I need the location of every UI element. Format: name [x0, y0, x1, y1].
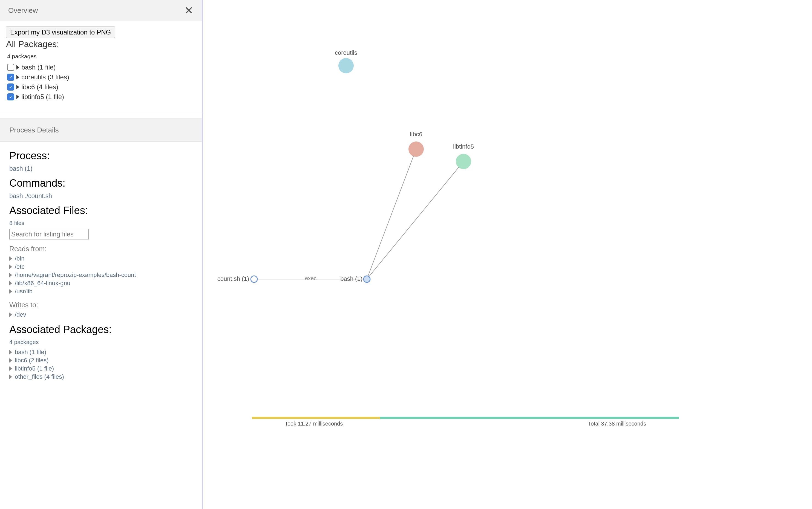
tree-item-label: /home/vagrant/reprozip-examples/bash-cou…	[15, 271, 136, 279]
package-label: libc6 (4 files)	[21, 83, 58, 91]
tree-item[interactable]: /dev	[9, 311, 192, 319]
files-count: 8 files	[9, 220, 192, 226]
overview-header: Overview ✕	[0, 0, 202, 21]
tree-item-label: /usr/lib	[15, 288, 33, 295]
process-details-header: Process Details	[0, 118, 202, 142]
package-label: bash (1 file)	[21, 64, 56, 71]
expand-icon[interactable]	[9, 257, 12, 261]
process-heading: Process:	[9, 150, 192, 162]
checkbox-icon[interactable]: ✓	[7, 93, 14, 100]
divider	[0, 113, 202, 113]
tree-item-label: bash (1 file)	[15, 349, 46, 356]
expand-icon[interactable]	[9, 350, 12, 354]
tree-item[interactable]: libc6 (2 files)	[9, 356, 192, 365]
node-count[interactable]	[251, 276, 257, 282]
tree-item[interactable]: /bin	[9, 254, 192, 263]
expand-icon[interactable]	[9, 273, 12, 277]
node-count-label: count.sh (1)	[217, 275, 249, 282]
node-libc6-label: libc6	[410, 131, 422, 138]
package-item[interactable]: bash (1 file)	[7, 62, 196, 72]
timeline-took-label: Took 11.27 milliseconds	[285, 420, 343, 427]
timeline-segment-yellow	[252, 417, 380, 419]
reads-from-label: Reads from:	[9, 245, 192, 253]
package-item[interactable]: ✓libtinfo5 (1 file)	[7, 92, 196, 102]
expand-icon[interactable]	[9, 312, 12, 317]
tree-item-label: /lib/x86_64-linux-gnu	[15, 280, 70, 287]
tree-item-label: /dev	[15, 311, 26, 318]
close-icon[interactable]: ✕	[184, 5, 194, 16]
all-packages-heading: All Packages:	[6, 39, 196, 49]
expand-icon[interactable]	[17, 65, 19, 69]
assoc-pkgs-heading: Associated Packages:	[9, 324, 192, 336]
tree-item-label: /etc	[15, 263, 24, 270]
graph-edge	[367, 162, 463, 279]
commands-heading: Commands:	[9, 177, 192, 189]
tree-item-label: /bin	[15, 255, 24, 262]
packages-count: 4 packages	[7, 53, 196, 60]
tree-item-label: libtinfo5 (1 file)	[15, 365, 54, 372]
package-label: libtinfo5 (1 file)	[21, 93, 64, 101]
expand-icon[interactable]	[9, 366, 12, 371]
tree-item[interactable]: libtinfo5 (1 file)	[9, 365, 192, 373]
command-value: bash ./count.sh	[9, 192, 192, 200]
edge-label: exec	[305, 275, 317, 281]
tree-item[interactable]: /home/vagrant/reprozip-examples/bash-cou…	[9, 271, 192, 279]
files-heading: Associated Files:	[9, 205, 192, 216]
process-value[interactable]: bash (1)	[9, 165, 192, 172]
tree-item[interactable]: other_files (4 files)	[9, 373, 192, 381]
checkbox-icon[interactable]: ✓	[7, 83, 14, 91]
timeline-bar[interactable]	[252, 417, 679, 419]
graph-edge	[367, 149, 416, 279]
tree-item[interactable]: /etc	[9, 263, 192, 271]
timeline-total-label: Total 37.38 milliseconds	[588, 420, 646, 427]
graph-viz[interactable]: exec coreutils libc6 libtinfo5 count.sh …	[203, 0, 812, 509]
checkbox-icon[interactable]	[7, 64, 14, 71]
node-coreutils-label: coreutils	[335, 49, 357, 56]
node-bash-label: bash (1)	[340, 275, 362, 282]
timeline[interactable]: Took 11.27 milliseconds Total 37.38 mill…	[252, 417, 679, 427]
node-libc6[interactable]	[409, 141, 424, 157]
tree-item[interactable]: bash (1 file)	[9, 348, 192, 356]
overview-title: Overview	[8, 6, 38, 15]
expand-icon[interactable]	[9, 265, 12, 269]
expand-icon[interactable]	[9, 375, 12, 379]
checkbox-icon[interactable]: ✓	[7, 74, 14, 81]
node-bash[interactable]	[364, 276, 370, 282]
assoc-pkgs-count: 4 packages	[9, 339, 192, 345]
writes-to-label: Writes to:	[9, 301, 192, 309]
expand-icon[interactable]	[9, 289, 12, 294]
tree-item[interactable]: /usr/lib	[9, 287, 192, 296]
node-libtinfo5[interactable]	[456, 154, 471, 169]
expand-icon[interactable]	[9, 281, 12, 285]
export-button[interactable]: Export my D3 visualization to PNG	[6, 27, 115, 38]
timeline-segment-green	[380, 417, 679, 419]
search-input[interactable]	[9, 229, 89, 239]
expand-icon[interactable]	[17, 85, 19, 89]
tree-item-label: other_files (4 files)	[15, 373, 64, 380]
package-label: coreutils (3 files)	[21, 73, 69, 81]
package-item[interactable]: ✓coreutils (3 files)	[7, 72, 196, 82]
tree-item[interactable]: /lib/x86_64-linux-gnu	[9, 279, 192, 287]
expand-icon[interactable]	[17, 95, 19, 99]
node-coreutils[interactable]	[338, 58, 354, 73]
package-item[interactable]: ✓libc6 (4 files)	[7, 82, 196, 92]
tree-item-label: libc6 (2 files)	[15, 357, 48, 364]
expand-icon[interactable]	[9, 358, 12, 363]
node-libtinfo5-label: libtinfo5	[453, 143, 474, 150]
expand-icon[interactable]	[17, 75, 19, 79]
